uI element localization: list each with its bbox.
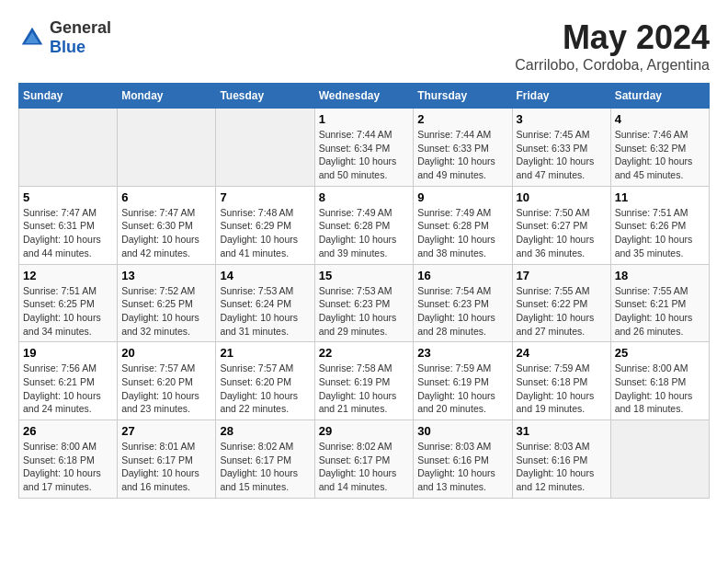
day-number: 22 — [319, 346, 410, 360]
header: General Blue May 2024 Carrilobo, Cordoba… — [18, 18, 710, 74]
day-number: 29 — [319, 424, 410, 438]
calendar-cell: 28Sunrise: 8:02 AMSunset: 6:17 PMDayligh… — [216, 420, 314, 499]
calendar-cell: 8Sunrise: 7:49 AMSunset: 6:28 PMDaylight… — [314, 186, 414, 264]
day-number: 31 — [517, 424, 607, 438]
day-number: 15 — [319, 269, 410, 282]
day-info: Sunrise: 7:55 AMSunset: 6:22 PMDaylight:… — [517, 284, 607, 339]
month-year: May 2024 — [515, 18, 710, 57]
day-number: 24 — [517, 346, 607, 360]
day-info: Sunrise: 7:45 AMSunset: 6:33 PMDaylight:… — [517, 128, 607, 182]
day-number: 12 — [23, 269, 113, 282]
day-info: Sunrise: 7:44 AMSunset: 6:33 PMDaylight:… — [417, 128, 507, 182]
weekday-header: Wednesday — [314, 84, 414, 109]
calendar-cell: 27Sunrise: 8:01 AMSunset: 6:17 PMDayligh… — [118, 420, 216, 499]
day-number: 26 — [23, 424, 113, 438]
day-number: 4 — [615, 112, 705, 126]
day-info: Sunrise: 7:52 AMSunset: 6:25 PMDaylight:… — [121, 284, 211, 339]
day-info: Sunrise: 8:02 AMSunset: 6:17 PMDaylight:… — [220, 440, 310, 494]
day-info: Sunrise: 7:53 AMSunset: 6:24 PMDaylight:… — [220, 284, 310, 339]
calendar-cell: 6Sunrise: 7:47 AMSunset: 6:30 PMDaylight… — [118, 186, 216, 264]
day-number: 23 — [417, 346, 507, 360]
calendar-cell: 10Sunrise: 7:50 AMSunset: 6:27 PMDayligh… — [512, 186, 610, 264]
day-info: Sunrise: 7:51 AMSunset: 6:25 PMDaylight:… — [23, 284, 113, 339]
header-row: SundayMondayTuesdayWednesdayThursdayFrid… — [19, 84, 710, 109]
day-number: 8 — [319, 190, 410, 204]
title-section: May 2024 Carrilobo, Cordoba, Argentina — [515, 18, 710, 74]
location: Carrilobo, Cordoba, Argentina — [515, 57, 710, 74]
day-number: 25 — [615, 346, 705, 360]
weekday-header: Monday — [118, 84, 216, 109]
calendar-cell: 26Sunrise: 8:00 AMSunset: 6:18 PMDayligh… — [19, 420, 118, 499]
calendar-cell: 1Sunrise: 7:44 AMSunset: 6:34 PMDaylight… — [314, 109, 414, 187]
day-number: 28 — [220, 424, 310, 438]
day-number: 27 — [121, 424, 211, 438]
day-number: 13 — [121, 269, 211, 282]
day-number: 7 — [220, 190, 310, 204]
day-number: 14 — [220, 269, 310, 282]
calendar-cell: 24Sunrise: 7:59 AMSunset: 6:18 PMDayligh… — [512, 342, 610, 420]
calendar-cell: 25Sunrise: 8:00 AMSunset: 6:18 PMDayligh… — [610, 342, 709, 420]
logo: General Blue — [18, 18, 111, 57]
calendar-cell: 17Sunrise: 7:55 AMSunset: 6:22 PMDayligh… — [512, 264, 610, 342]
day-info: Sunrise: 8:03 AMSunset: 6:16 PMDaylight:… — [417, 440, 507, 494]
day-info: Sunrise: 7:55 AMSunset: 6:21 PMDaylight:… — [615, 284, 705, 339]
day-info: Sunrise: 7:54 AMSunset: 6:23 PMDaylight:… — [417, 284, 507, 339]
day-number: 10 — [517, 190, 607, 204]
calendar-cell: 13Sunrise: 7:52 AMSunset: 6:25 PMDayligh… — [118, 264, 216, 342]
day-info: Sunrise: 7:49 AMSunset: 6:28 PMDaylight:… — [417, 206, 507, 260]
weekday-header: Sunday — [19, 84, 118, 109]
day-number: 20 — [121, 346, 211, 360]
day-info: Sunrise: 7:51 AMSunset: 6:26 PMDaylight:… — [615, 206, 705, 260]
day-info: Sunrise: 7:53 AMSunset: 6:23 PMDaylight:… — [319, 284, 410, 339]
day-number: 1 — [319, 112, 410, 126]
calendar-cell: 15Sunrise: 7:53 AMSunset: 6:23 PMDayligh… — [314, 264, 414, 342]
day-info: Sunrise: 7:49 AMSunset: 6:28 PMDaylight:… — [319, 206, 410, 260]
day-info: Sunrise: 7:57 AMSunset: 6:20 PMDaylight:… — [121, 362, 211, 416]
calendar-cell: 4Sunrise: 7:46 AMSunset: 6:32 PMDaylight… — [610, 109, 709, 187]
day-info: Sunrise: 7:47 AMSunset: 6:31 PMDaylight:… — [23, 206, 113, 260]
calendar-week-row: 5Sunrise: 7:47 AMSunset: 6:31 PMDaylight… — [19, 186, 710, 264]
day-info: Sunrise: 8:00 AMSunset: 6:18 PMDaylight:… — [23, 440, 113, 494]
calendar-cell: 22Sunrise: 7:58 AMSunset: 6:19 PMDayligh… — [314, 342, 414, 420]
weekday-header: Thursday — [414, 84, 512, 109]
calendar-cell: 2Sunrise: 7:44 AMSunset: 6:33 PMDaylight… — [414, 109, 512, 187]
calendar-week-row: 19Sunrise: 7:56 AMSunset: 6:21 PMDayligh… — [19, 342, 710, 420]
day-info: Sunrise: 7:59 AMSunset: 6:19 PMDaylight:… — [417, 362, 507, 416]
day-number: 11 — [615, 190, 705, 204]
day-number: 19 — [23, 346, 113, 360]
calendar-cell — [610, 420, 709, 499]
calendar-cell: 3Sunrise: 7:45 AMSunset: 6:33 PMDaylight… — [512, 109, 610, 187]
day-info: Sunrise: 8:00 AMSunset: 6:18 PMDaylight:… — [615, 362, 705, 416]
logo-text: General Blue — [50, 18, 111, 57]
day-number: 3 — [517, 112, 607, 126]
calendar-header: SundayMondayTuesdayWednesdayThursdayFrid… — [19, 84, 710, 109]
calendar-cell: 16Sunrise: 7:54 AMSunset: 6:23 PMDayligh… — [414, 264, 512, 342]
day-info: Sunrise: 7:57 AMSunset: 6:20 PMDaylight:… — [220, 362, 310, 416]
calendar-cell: 18Sunrise: 7:55 AMSunset: 6:21 PMDayligh… — [610, 264, 709, 342]
calendar-cell: 14Sunrise: 7:53 AMSunset: 6:24 PMDayligh… — [216, 264, 314, 342]
logo-blue: Blue — [50, 38, 85, 56]
day-number: 17 — [517, 269, 607, 282]
weekday-header: Friday — [512, 84, 610, 109]
day-info: Sunrise: 7:59 AMSunset: 6:18 PMDaylight:… — [517, 362, 607, 416]
calendar-cell: 23Sunrise: 7:59 AMSunset: 6:19 PMDayligh… — [414, 342, 512, 420]
day-info: Sunrise: 8:01 AMSunset: 6:17 PMDaylight:… — [121, 440, 211, 494]
day-number: 21 — [220, 346, 310, 360]
day-info: Sunrise: 8:02 AMSunset: 6:17 PMDaylight:… — [319, 440, 410, 494]
page-container: General Blue May 2024 Carrilobo, Cordoba… — [18, 18, 710, 499]
day-number: 9 — [417, 190, 507, 204]
calendar-cell: 11Sunrise: 7:51 AMSunset: 6:26 PMDayligh… — [610, 186, 709, 264]
calendar-cell — [19, 109, 118, 187]
day-number: 30 — [417, 424, 507, 438]
day-number: 2 — [417, 112, 507, 126]
day-info: Sunrise: 7:44 AMSunset: 6:34 PMDaylight:… — [319, 128, 410, 182]
day-info: Sunrise: 7:46 AMSunset: 6:32 PMDaylight:… — [615, 128, 705, 182]
calendar-cell: 5Sunrise: 7:47 AMSunset: 6:31 PMDaylight… — [19, 186, 118, 264]
calendar-body: 1Sunrise: 7:44 AMSunset: 6:34 PMDaylight… — [19, 109, 710, 499]
weekday-header: Tuesday — [216, 84, 314, 109]
weekday-header: Saturday — [610, 84, 709, 109]
day-number: 16 — [417, 269, 507, 282]
calendar-table: SundayMondayTuesdayWednesdayThursdayFrid… — [18, 83, 710, 499]
calendar-week-row: 1Sunrise: 7:44 AMSunset: 6:34 PMDaylight… — [19, 109, 710, 187]
day-number: 6 — [121, 190, 211, 204]
